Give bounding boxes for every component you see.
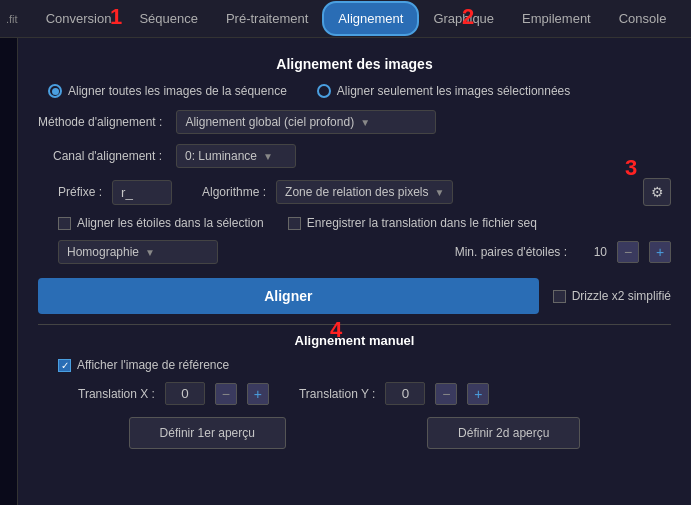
- drizzle-checkbox: [553, 290, 566, 303]
- nav-item-conversion[interactable]: Conversion: [32, 3, 126, 34]
- radio-row: Aligner toutes les images de la séquence…: [38, 84, 671, 98]
- translation-row: Translation X : − + Translation Y : − +: [38, 382, 671, 405]
- radio-all-circle: [48, 84, 62, 98]
- preview-1-button[interactable]: Définir 1er aperçu: [129, 417, 286, 449]
- checkbox-translation-box: [288, 217, 301, 230]
- method-row: Méthode d'alignement : Alignement global…: [38, 110, 671, 134]
- homography-value: Homographie: [67, 245, 139, 259]
- checkbox-stars-box: [58, 217, 71, 230]
- translation-y-increment[interactable]: +: [467, 383, 489, 405]
- translation-x-label: Translation X :: [78, 387, 155, 401]
- nav-bar: .fit Conversion Séquence Pré-traitement …: [0, 0, 691, 38]
- homography-dropdown[interactable]: Homographie ▼: [58, 240, 218, 264]
- gear-button[interactable]: ⚙: [643, 178, 671, 206]
- checkbox-stars-label: Aligner les étoiles dans la sélection: [77, 216, 264, 230]
- show-ref-checkbox-option[interactable]: Afficher l'image de référence: [58, 358, 229, 372]
- min-pairs-decrement[interactable]: −: [617, 241, 639, 263]
- nav-item-console[interactable]: Console: [605, 3, 681, 34]
- homography-arrow: ▼: [145, 247, 155, 258]
- method-dropdown-arrow: ▼: [360, 117, 370, 128]
- algo-label: Algorithme :: [202, 185, 266, 199]
- radio-all-label: Aligner toutes les images de la séquence: [68, 84, 287, 98]
- algo-dropdown-arrow: ▼: [434, 187, 444, 198]
- nav-fit-label: .fit: [4, 5, 32, 33]
- starfield-decoration: [0, 38, 18, 505]
- section-divider: [38, 324, 671, 325]
- preview-2-button[interactable]: Définir 2d aperçu: [427, 417, 580, 449]
- translation-x-decrement[interactable]: −: [215, 383, 237, 405]
- nav-item-empilement[interactable]: Empilement: [508, 3, 605, 34]
- translation-y-decrement[interactable]: −: [435, 383, 457, 405]
- method-dropdown[interactable]: Alignement global (ciel profond) ▼: [176, 110, 436, 134]
- min-pairs-label: Min. paires d'étoiles :: [228, 245, 567, 259]
- radio-selected-circle: [317, 84, 331, 98]
- canal-row: Canal d'alignement : 0: Luminance ▼: [38, 144, 671, 168]
- nav-item-graphique[interactable]: Graphique: [419, 3, 508, 34]
- prefix-algo-row: Préfixe : Algorithme : Zone de relation …: [38, 178, 671, 206]
- algo-value: Zone de relation des pixels: [285, 185, 428, 199]
- min-pairs-value: 10: [577, 245, 607, 259]
- align-button-row: Aligner Drizzle x2 simplifié: [38, 278, 671, 314]
- checkbox-stars[interactable]: Aligner les étoiles dans la sélection: [58, 216, 264, 230]
- translation-y-label: Translation Y :: [299, 387, 376, 401]
- align-button[interactable]: Aligner: [38, 278, 539, 314]
- checkbox-translation[interactable]: Enregistrer la translation dans le fichi…: [288, 216, 537, 230]
- nav-item-alignement[interactable]: Alignement: [322, 1, 419, 36]
- radio-all-images[interactable]: Aligner toutes les images de la séquence: [48, 84, 287, 98]
- drizzle-option[interactable]: Drizzle x2 simplifié: [553, 289, 671, 303]
- algo-dropdown[interactable]: Zone de relation des pixels ▼: [276, 180, 453, 204]
- drizzle-label: Drizzle x2 simplifié: [572, 289, 671, 303]
- section-title: Alignement des images: [38, 56, 671, 72]
- method-value: Alignement global (ciel profond): [185, 115, 354, 129]
- prefix-input[interactable]: [112, 180, 172, 205]
- translation-x-increment[interactable]: +: [247, 383, 269, 405]
- show-ref-row: Afficher l'image de référence: [38, 358, 671, 372]
- radio-selected-label: Aligner seulement les images sélectionné…: [337, 84, 570, 98]
- preview-row: Définir 1er aperçu Définir 2d aperçu: [38, 417, 671, 449]
- canal-label: Canal d'alignement :: [38, 149, 168, 163]
- manual-section-title: Alignement manuel: [38, 333, 671, 348]
- method-label: Méthode d'alignement :: [38, 115, 168, 129]
- translation-y-input[interactable]: [385, 382, 425, 405]
- canal-dropdown-arrow: ▼: [263, 151, 273, 162]
- prefix-label: Préfixe :: [58, 185, 102, 199]
- translation-x-input[interactable]: [165, 382, 205, 405]
- nav-item-sequence[interactable]: Séquence: [125, 3, 212, 34]
- checkbox-translation-label: Enregistrer la translation dans le fichi…: [307, 216, 537, 230]
- canal-value: 0: Luminance: [185, 149, 257, 163]
- homography-row: Homographie ▼ Min. paires d'étoiles : 10…: [38, 240, 671, 264]
- canal-dropdown[interactable]: 0: Luminance ▼: [176, 144, 296, 168]
- show-ref-checkbox: [58, 359, 71, 372]
- min-pairs-increment[interactable]: +: [649, 241, 671, 263]
- nav-item-pretraitement[interactable]: Pré-traitement: [212, 3, 322, 34]
- show-ref-label: Afficher l'image de référence: [77, 358, 229, 372]
- checkbox-row: Aligner les étoiles dans la sélection En…: [38, 216, 671, 230]
- radio-selected-images[interactable]: Aligner seulement les images sélectionné…: [317, 84, 570, 98]
